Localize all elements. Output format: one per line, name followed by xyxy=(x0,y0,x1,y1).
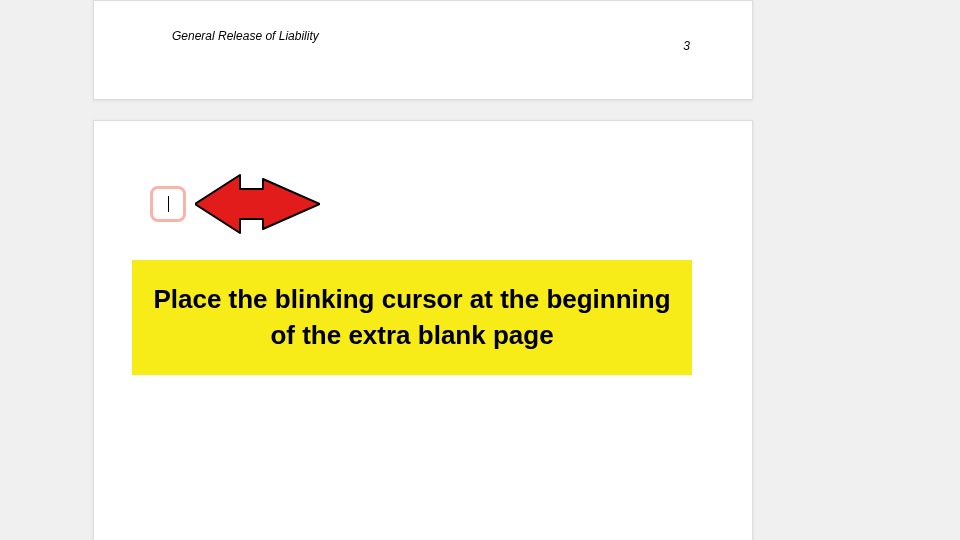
arrow-left-icon xyxy=(195,167,320,242)
instruction-callout: Place the blinking cursor at the beginni… xyxy=(132,260,692,375)
document-page-number: 3 xyxy=(683,39,690,53)
document-header-title: General Release of Liability xyxy=(172,29,319,43)
text-cursor-icon xyxy=(168,196,169,212)
document-page-previous[interactable]: General Release of Liability 3 xyxy=(93,0,753,100)
svg-marker-0 xyxy=(195,175,320,233)
cursor-highlight-box xyxy=(150,186,186,222)
instruction-text: Place the blinking cursor at the beginni… xyxy=(152,282,672,352)
